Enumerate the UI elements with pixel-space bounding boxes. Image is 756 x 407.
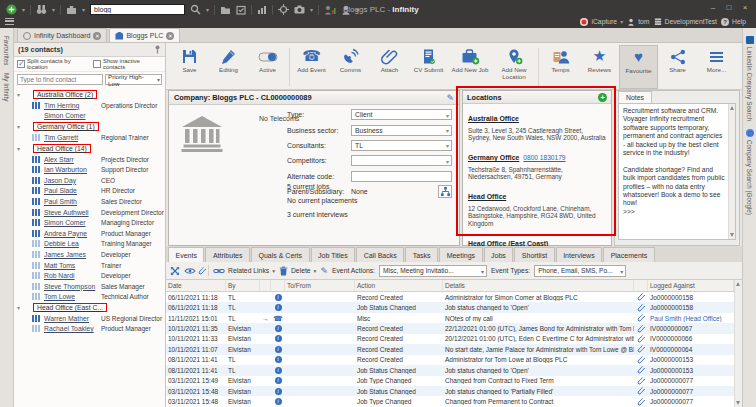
save-button[interactable]: Save xyxy=(170,45,209,89)
location-item[interactable]: Head Office12 Cedarwood, Crockford Lane,… xyxy=(463,182,611,229)
contact-row[interactable]: Tim GarrettRegional Trainer xyxy=(14,132,165,143)
contact-row[interactable]: Simon Comer xyxy=(14,111,165,122)
temps-button[interactable]: Temps xyxy=(541,45,580,89)
environment-button[interactable]: DevelopmentTest xyxy=(654,18,718,26)
event-row[interactable]: 08/11/2021 11:41TLiRecord CreatedAdminis… xyxy=(166,355,734,365)
contact-row[interactable]: Debbie LeaTraining Manager xyxy=(14,239,165,250)
attachment-filter-icon[interactable] xyxy=(200,267,204,275)
search-binoculars-icon[interactable] xyxy=(36,4,47,15)
binoculars-caret-icon[interactable]: ▾ xyxy=(52,6,55,13)
share-button[interactable]: Share xyxy=(658,45,697,89)
collapse-caret-icon[interactable]: ▾ xyxy=(17,304,25,311)
contact-row[interactable]: Steve AuthwellDevelopment Director xyxy=(14,207,165,218)
group-label[interactable]: Germany Office (1) xyxy=(33,122,99,131)
events-scrollbar[interactable] xyxy=(734,280,742,407)
event-row[interactable]: 11/11/2021 15:01TL→☎MiscNOtes of my call… xyxy=(166,313,734,323)
tab-events[interactable]: Events xyxy=(168,247,204,262)
group-label[interactable]: Head Office (East C... xyxy=(33,303,107,312)
consultants-select[interactable]: TL xyxy=(351,140,452,151)
chart-icon[interactable] xyxy=(257,5,267,15)
reviews-button[interactable]: ★Reviews xyxy=(580,45,619,89)
more-button[interactable]: More... xyxy=(697,45,736,89)
my-infinity-dock-tab[interactable]: My Infinity xyxy=(0,73,13,101)
col-details[interactable]: Details xyxy=(443,280,634,291)
contact-row[interactable]: Paul SmithSales Director xyxy=(14,196,165,207)
location-group-row[interactable]: ▾Australia Office (2) xyxy=(14,89,165,100)
add-new-icon[interactable] xyxy=(6,4,17,15)
show-inactive-checkbox[interactable] xyxy=(93,60,101,68)
editing-button[interactable]: Editing xyxy=(209,45,248,89)
col-date[interactable]: Date xyxy=(166,280,226,291)
event-row[interactable]: 06/11/2021 11:18TLiRecord CreatedAdminis… xyxy=(166,292,734,302)
add-new-caret-icon[interactable]: ▾ xyxy=(22,6,25,13)
contact-row[interactable]: Tim HerringOperations Director xyxy=(14,100,165,111)
paperclip-icon[interactable] xyxy=(637,377,645,385)
tab-job-titles[interactable]: Job Titles xyxy=(311,247,356,262)
edit-event-icon[interactable]: ✎ xyxy=(320,266,328,276)
event-row[interactable]: 10/11/2021 11:07ElvistaniRecord CreatedN… xyxy=(166,344,734,354)
col-by[interactable]: By xyxy=(226,280,260,291)
folder-icon[interactable] xyxy=(220,5,231,15)
contact-row[interactable]: Simon ComerManaging Director xyxy=(14,217,165,228)
user-button[interactable]: tom xyxy=(627,18,649,26)
paperclip-icon[interactable] xyxy=(637,398,645,406)
eye-icon[interactable] xyxy=(184,267,196,275)
attach-button[interactable]: Attach xyxy=(370,45,409,89)
comms-button[interactable]: Comms xyxy=(331,45,370,89)
add-new-location-button[interactable]: Add New Location xyxy=(492,45,536,89)
minimize-button[interactable]: – xyxy=(707,2,719,13)
col-action[interactable]: Action xyxy=(355,280,443,291)
contact-row[interactable]: Jason DayCEO xyxy=(14,175,165,186)
group-label[interactable]: Head Office (14) xyxy=(33,144,91,153)
help-button[interactable]: ?Help xyxy=(721,18,746,26)
collapse-caret-icon[interactable]: ▾ xyxy=(17,145,25,152)
close-tab-icon[interactable]: ✕ xyxy=(166,32,174,40)
camera-icon[interactable] xyxy=(294,5,305,14)
paperclip-icon[interactable] xyxy=(637,366,645,374)
org-chart-button[interactable] xyxy=(438,185,452,198)
add-event-button[interactable]: ☎Add Event xyxy=(292,45,331,89)
paperclip-icon[interactable] xyxy=(637,293,645,301)
location-group-row[interactable]: ▾Head Office (14) xyxy=(14,143,165,154)
tab-attributes[interactable]: Attributes xyxy=(205,247,250,262)
event-row[interactable]: 08/11/2021 11:41TLiJob Status ChangedJob… xyxy=(166,365,734,375)
tab-interviews[interactable]: Interviews xyxy=(556,247,603,262)
paperclip-icon[interactable] xyxy=(637,314,645,322)
contact-row[interactable]: Andrea PayneProduct Manager xyxy=(14,228,165,239)
event-row[interactable]: 06/11/2021 11:18TLiJob Status ChangedJob… xyxy=(166,302,734,312)
delete-button[interactable]: Delete▾ xyxy=(279,266,316,276)
camera-caret-icon[interactable]: ▾ xyxy=(310,6,313,13)
briefcase-icon[interactable] xyxy=(66,5,77,15)
contact-row[interactable]: Matt TomsTrainer xyxy=(14,260,165,271)
event-actions-select[interactable]: Misc, Meeting Invitatio... xyxy=(379,265,487,277)
event-types-select[interactable]: Phone, Email, SMS, Po... xyxy=(534,265,626,277)
col-tofrom[interactable]: To/From xyxy=(285,280,355,291)
location-phone-link[interactable]: 0800 1830179 xyxy=(523,154,565,161)
location-group-row[interactable]: ▾Germany Office (1) xyxy=(14,121,165,132)
collapse-caret-icon[interactable]: ▾ xyxy=(17,123,25,130)
notes-tab[interactable]: Notes xyxy=(618,91,652,103)
maximize-button[interactable]: □ xyxy=(723,2,735,13)
google-search-dock-tab[interactable]: GCompany Search (Google) xyxy=(743,129,756,215)
find-contact-input[interactable] xyxy=(17,74,103,85)
contact-row[interactable]: Alex StarrProjects Director xyxy=(14,154,165,165)
paperclip-icon[interactable] xyxy=(637,335,645,343)
paperclip-icon[interactable] xyxy=(637,387,645,395)
business-sector-select[interactable]: Business xyxy=(351,125,452,136)
contact-row[interactable]: Rob NardiDeveloper xyxy=(14,270,165,281)
contact-row[interactable]: Paul SladeHR Director xyxy=(14,186,165,197)
notes-text[interactable]: Recruitment software and CRM. Voyager In… xyxy=(618,103,736,240)
icapture-button[interactable]: iCapture▾ xyxy=(580,18,623,26)
tab-bloggs-plc[interactable]: Bloggs PLC✕ xyxy=(109,28,180,42)
edit-company-icon[interactable]: ✎ xyxy=(446,93,454,103)
tab-shortlist[interactable]: Shortlist xyxy=(514,247,554,262)
tab-call-backs[interactable]: Call Backs xyxy=(356,247,404,262)
col-logged[interactable]: Logged Against xyxy=(648,280,734,291)
split-contacts-checkbox[interactable] xyxy=(17,60,25,68)
paperclip-icon[interactable] xyxy=(637,356,645,364)
close-button[interactable]: × xyxy=(739,2,751,13)
favourites-dock-tab[interactable]: Favourites xyxy=(0,36,13,65)
menu-icon[interactable] xyxy=(5,18,14,25)
magnifier-caret-icon[interactable]: ▾ xyxy=(206,6,209,13)
event-row[interactable]: 10/11/2021 11:33ElvistaniRecord Created2… xyxy=(166,334,734,344)
